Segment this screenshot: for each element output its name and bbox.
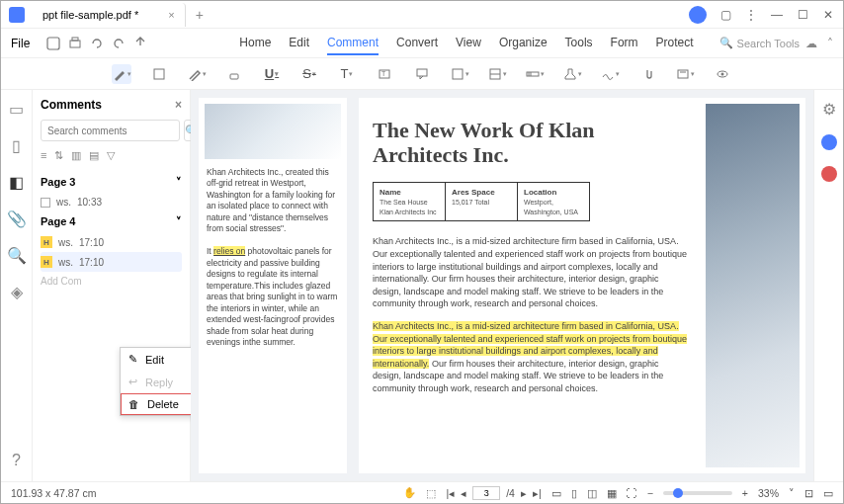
maximize-icon[interactable]: ☐ bbox=[796, 8, 809, 22]
pencil-tool[interactable]: ▾ bbox=[187, 64, 207, 84]
ai-icon[interactable] bbox=[821, 134, 837, 150]
fit-icon[interactable]: ⊡ bbox=[804, 487, 813, 499]
zoom-out-icon[interactable]: − bbox=[647, 487, 653, 499]
select-tool-icon[interactable]: ⬚ bbox=[426, 487, 436, 499]
stamp-tool[interactable]: ▾ bbox=[562, 64, 582, 84]
strikethrough-tool[interactable]: S▾ bbox=[299, 64, 319, 84]
document-area[interactable]: Khan Architects Inc., created this off-g… bbox=[191, 90, 813, 481]
panel-title: Comments bbox=[41, 98, 102, 112]
comments-panel: Comments × 🔍 ≡ ⇅ ▥ ▤ ▽ Page 3˅ ws.10:33 … bbox=[33, 90, 191, 481]
tab-organize[interactable]: Organize bbox=[499, 32, 548, 55]
underline-tool[interactable]: U▾ bbox=[262, 64, 282, 84]
zoom-in-icon[interactable]: + bbox=[742, 487, 748, 499]
panel-close-icon[interactable]: × bbox=[175, 98, 182, 112]
sort-icon[interactable]: ≡ bbox=[41, 149, 46, 162]
filter-icon-4[interactable]: ▽ bbox=[107, 149, 115, 162]
read-mode-icon[interactable]: ▭ bbox=[823, 487, 833, 499]
search-tools[interactable]: 🔍 Search Tools bbox=[719, 37, 800, 49]
user-avatar[interactable] bbox=[689, 6, 707, 24]
save-icon[interactable] bbox=[45, 36, 61, 51]
document-tab[interactable]: ppt file-sample.pdf * × bbox=[33, 3, 186, 27]
view-mode-1-icon[interactable]: ▭ bbox=[551, 487, 561, 499]
prev-page-icon[interactable]: ◂ bbox=[461, 487, 466, 499]
attachment-tool[interactable] bbox=[637, 64, 657, 84]
comment-panel-icon[interactable]: ◧ bbox=[9, 173, 24, 192]
print-icon[interactable] bbox=[67, 36, 83, 51]
fullscreen-icon[interactable]: ⛶ bbox=[627, 487, 637, 499]
note-tool[interactable]: ▾ bbox=[450, 64, 469, 84]
text-tool[interactable]: T▾ bbox=[337, 64, 357, 84]
page-3-section[interactable]: Page 3˅ bbox=[41, 172, 182, 193]
cloud-icon[interactable]: ☁ bbox=[805, 37, 817, 50]
comments-list-tool[interactable]: ▾ bbox=[675, 64, 695, 84]
hide-comments-tool[interactable] bbox=[713, 64, 732, 84]
close-tab-icon[interactable]: × bbox=[168, 9, 174, 21]
delete-icon: 🗑 bbox=[128, 398, 139, 410]
highlight-badge: H bbox=[41, 236, 52, 248]
page-4-section[interactable]: Page 4˅ bbox=[41, 211, 182, 232]
area-highlight-tool[interactable] bbox=[149, 64, 169, 84]
help-icon[interactable]: ? bbox=[12, 452, 21, 469]
page-total: /4 bbox=[506, 487, 515, 499]
last-page-icon[interactable]: ▸| bbox=[533, 487, 542, 499]
layers-icon[interactable]: ◈ bbox=[11, 283, 23, 301]
tab-protect[interactable]: Protect bbox=[656, 32, 694, 55]
signature-tool[interactable]: ▾ bbox=[600, 64, 620, 84]
new-tab-button[interactable]: + bbox=[196, 7, 204, 23]
comment-item[interactable]: H ws.17:10 bbox=[41, 232, 182, 252]
zoom-dropdown-icon[interactable]: ˅ bbox=[789, 487, 795, 499]
search-panel-icon[interactable]: 🔍 bbox=[7, 246, 27, 265]
svg-rect-0 bbox=[47, 38, 59, 49]
info-table: NameThe Sea House Klan Architects Inc Ar… bbox=[373, 182, 590, 222]
thumbnail-icon[interactable]: ▭ bbox=[9, 100, 24, 119]
filter-icon-2[interactable]: ▥ bbox=[71, 149, 81, 162]
view-mode-4-icon[interactable]: ▦ bbox=[607, 487, 617, 499]
reply-icon: ↩ bbox=[128, 376, 137, 388]
file-menu[interactable]: File bbox=[11, 37, 30, 50]
textbox-tool[interactable]: T bbox=[375, 64, 394, 84]
measure-tool[interactable]: ▾ bbox=[525, 64, 545, 84]
kebab-icon[interactable]: ⋮ bbox=[744, 8, 758, 22]
collapse-icon[interactable]: ˄ bbox=[827, 37, 833, 50]
search-comments-input[interactable] bbox=[41, 120, 180, 141]
shapes-tool[interactable]: ▾ bbox=[487, 64, 507, 84]
tab-view[interactable]: View bbox=[456, 32, 481, 55]
svg-rect-7 bbox=[417, 69, 427, 76]
comment-item-selected[interactable]: H ws.17:10 bbox=[41, 252, 182, 272]
tab-home[interactable]: Home bbox=[239, 32, 271, 55]
svg-rect-4 bbox=[230, 74, 238, 79]
zoom-slider[interactable] bbox=[663, 491, 732, 495]
comment-item[interactable]: ws.10:33 bbox=[41, 193, 182, 211]
translate-icon[interactable] bbox=[821, 166, 837, 182]
minimize-icon[interactable]: — bbox=[770, 8, 784, 22]
callout-tool[interactable] bbox=[412, 64, 432, 84]
chat-icon[interactable]: ▢ bbox=[718, 8, 732, 22]
page-left: Khan Architects Inc., created this off-g… bbox=[199, 98, 347, 473]
page-number-input[interactable] bbox=[472, 486, 500, 500]
view-mode-2-icon[interactable]: ▯ bbox=[571, 487, 577, 499]
bookmark-icon[interactable]: ▯ bbox=[12, 136, 21, 155]
tab-tools[interactable]: Tools bbox=[565, 32, 593, 55]
next-page-icon[interactable]: ▸ bbox=[521, 487, 527, 499]
eraser-tool[interactable] bbox=[224, 64, 244, 84]
filter-icon-1[interactable]: ⇅ bbox=[54, 149, 63, 162]
view-mode-3-icon[interactable]: ◫ bbox=[587, 487, 597, 499]
tab-edit[interactable]: Edit bbox=[289, 32, 309, 55]
highlight-tool[interactable]: ▾ bbox=[112, 64, 131, 84]
add-comment[interactable]: Add Com bbox=[41, 272, 182, 291]
first-page-icon[interactable]: |◂ bbox=[446, 487, 455, 499]
chevron-down-icon: ˅ bbox=[176, 215, 182, 228]
tab-convert[interactable]: Convert bbox=[396, 32, 438, 55]
redo-icon[interactable] bbox=[111, 36, 127, 51]
undo-icon[interactable] bbox=[89, 36, 105, 51]
close-icon[interactable]: ✕ bbox=[821, 8, 835, 22]
comment-toolbar: ▾ ▾ U▾ S▾ T▾ T ▾ ▾ ▾ ▾ ▾ ▾ bbox=[1, 58, 843, 90]
filter-icon-3[interactable]: ▤ bbox=[89, 149, 99, 162]
attachment-icon[interactable]: 📎 bbox=[7, 210, 27, 228]
tab-comment[interactable]: Comment bbox=[327, 32, 379, 55]
hand-tool-icon[interactable]: ✋ bbox=[403, 486, 416, 499]
share-icon[interactable] bbox=[132, 36, 148, 51]
tab-form[interactable]: Form bbox=[611, 32, 638, 55]
comment-checkbox[interactable] bbox=[41, 198, 50, 208]
properties-icon[interactable]: ⚙ bbox=[822, 100, 836, 119]
